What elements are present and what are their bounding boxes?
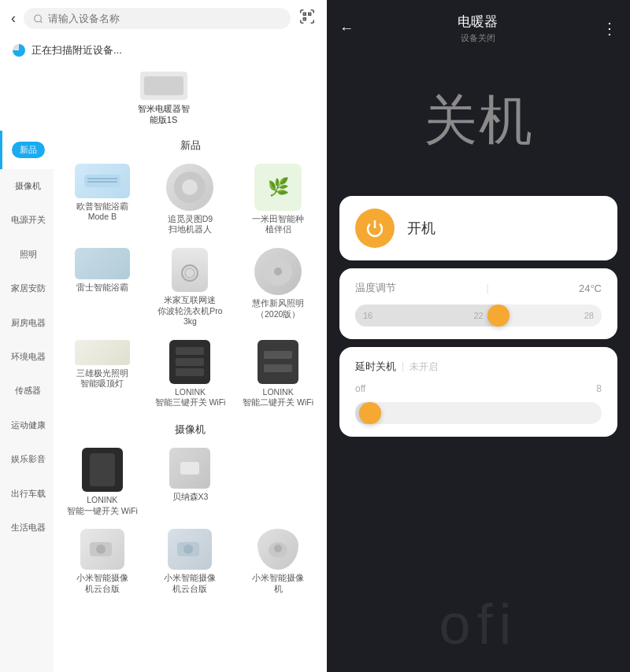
category-item-security[interactable]: 家居安防: [0, 271, 54, 305]
qr-scan-icon: [298, 8, 316, 25]
search-bar: ‹: [0, 0, 327, 37]
ofi-text: ofi: [439, 592, 517, 656]
scan-icon[interactable]: [298, 8, 316, 29]
new-section-title: 新品: [54, 131, 327, 157]
svg-point-17: [183, 545, 193, 554]
svg-rect-13: [180, 462, 199, 474]
sensor-icon: [177, 456, 202, 481]
product-item-empty: [234, 441, 322, 522]
svg-point-9: [182, 265, 198, 281]
products-area: 新品 欧普智能浴霸Mode B 追觅灵图D9扫地机器人 🌿: [54, 131, 327, 672]
right-back-button[interactable]: ←: [339, 20, 354, 37]
temp-slider-thumb[interactable]: [487, 305, 510, 327]
right-menu-button[interactable]: ⋮: [602, 19, 617, 38]
category-sidebar: 新品 摄像机 电源开关 照明 家居安防 厨房电器 环境电器 传感器 运动健康 娱…: [0, 131, 54, 672]
product-item[interactable]: LONINK智能三键开关 WiFi: [146, 334, 235, 415]
camera-icon: [176, 537, 204, 561]
timer-label: 延时关机: [355, 360, 396, 374]
right-title: 电暖器: [354, 13, 602, 31]
product-image: [166, 164, 213, 211]
washer-icon: [177, 257, 202, 282]
product-image: [75, 248, 130, 279]
product-item[interactable]: 欧普智能浴霸Mode B: [58, 157, 146, 242]
product-name: 慧作新风照明（2020版）: [252, 298, 304, 319]
product-item[interactable]: 慧作新风照明（2020版）: [234, 242, 322, 334]
right-header: ← 电暖器 设备关闭 ⋮: [327, 0, 630, 54]
svg-point-12: [274, 268, 282, 275]
right-title-wrap: 电暖器 设备关闭: [354, 13, 602, 44]
product-item[interactable]: LONINK智能一键开关 WiFi: [58, 441, 146, 522]
temp-slider-track[interactable]: 16 22 28: [355, 305, 602, 327]
scanning-text: 正在扫描附近设备...: [32, 43, 122, 57]
camera-section-title: 摄像机: [54, 415, 327, 441]
scanning-bar: 正在扫描附近设备...: [0, 37, 327, 64]
back-button[interactable]: ‹: [11, 10, 16, 27]
product-image: [168, 529, 212, 570]
product-item[interactable]: 小米智能摄像机云台版: [146, 522, 235, 600]
product-item[interactable]: 🌿 一米田智能种植伴侣: [234, 157, 322, 242]
scanning-spinner: [13, 44, 25, 57]
product-image: [172, 248, 208, 292]
product-name: 一米田智能种植伴侣: [252, 214, 304, 235]
search-input-wrap: [24, 8, 291, 29]
temp-value: 24°C: [579, 282, 602, 294]
category-item-appliance[interactable]: 生活电器: [0, 511, 54, 545]
product-name: LONINK智能三键开关 WiFi: [155, 387, 226, 408]
category-item-vehicle[interactable]: 出行车载: [0, 477, 54, 511]
product-item[interactable]: 小米智能摄像机云台版: [58, 522, 146, 600]
search-input[interactable]: [48, 13, 281, 24]
product-image: [80, 529, 124, 570]
svg-point-15: [96, 545, 106, 554]
power-button[interactable]: [355, 209, 395, 248]
search-icon: [33, 13, 43, 24]
product-name: 欧普智能浴霸Mode B: [76, 201, 128, 223]
timer-slider-track[interactable]: [355, 402, 602, 424]
product-item[interactable]: 雷士智能浴霸: [58, 242, 146, 334]
timer-slider-labels: off 8: [355, 383, 602, 394]
product-item[interactable]: 追觅灵图D9扫地机器人: [146, 157, 235, 242]
category-item-sport[interactable]: 运动健康: [0, 408, 54, 442]
product-item[interactable]: 贝纳森X3: [146, 441, 235, 522]
product-name: 三雄极光照明智能吸顶灯: [76, 368, 128, 390]
product-item[interactable]: 米家互联网迷你波轮洗衣机Pro3kg: [146, 242, 235, 334]
new-badge[interactable]: 新品: [12, 142, 45, 158]
product-name: 追觅灵图D9扫地机器人: [168, 214, 213, 235]
timer-divider: [402, 362, 403, 371]
svg-rect-1: [303, 13, 306, 15]
camera-products-grid: 小米智能摄像机云台版 小米智能摄像机云台版 小米智能摄像机: [54, 522, 327, 600]
product-item[interactable]: 三雄极光照明智能吸顶灯: [58, 334, 146, 415]
svg-point-8: [182, 179, 198, 195]
timer-slider-thumb[interactable]: [359, 402, 381, 424]
found-device-name: 智米电暖器智 能版1S: [138, 103, 190, 126]
power-state-display: 关机: [327, 54, 630, 196]
category-item-sensor[interactable]: 传感器: [0, 374, 54, 408]
left-panel: ‹ 正在扫描附近设备... 智米电暖器智 能版1S 新品: [0, 0, 327, 672]
category-item-camera[interactable]: 摄像机: [0, 169, 54, 203]
product-image: 🌿: [254, 164, 302, 211]
new-products-grid: 欧普智能浴霸Mode B 追觅灵图D9扫地机器人 🌿 一米田智能种植伴侣 雷士智…: [54, 157, 327, 415]
temp-card-header: 温度调节 | 24°C: [355, 281, 602, 295]
product-image: [258, 529, 298, 570]
device-thumbnail: [140, 72, 187, 100]
product-name: 贝纳森X3: [172, 492, 209, 503]
temp-max-label: 28: [584, 311, 594, 320]
temp-min-label: 16: [363, 311, 372, 320]
robot-icon: [172, 170, 207, 205]
category-item-power[interactable]: 电源开关: [0, 203, 54, 237]
svg-point-10: [185, 268, 195, 278]
timer-max-label: 8: [596, 383, 602, 394]
product-image: [75, 340, 130, 365]
svg-point-19: [274, 545, 282, 552]
category-item-kitchen[interactable]: 厨房电器: [0, 306, 54, 340]
category-item-env[interactable]: 环境电器: [0, 340, 54, 374]
category-item-entertainment[interactable]: 娱乐影音: [0, 442, 54, 476]
mixed-products-grid: LONINK智能一键开关 WiFi 贝纳森X3: [54, 441, 327, 522]
content-area: 新品 摄像机 电源开关 照明 家居安防 厨房电器 环境电器 传感器 运动健康 娱…: [0, 131, 327, 672]
product-image: [258, 340, 298, 384]
svg-rect-5: [87, 178, 117, 179]
dome-camera-icon: [266, 539, 290, 559]
product-item[interactable]: 小米智能摄像机: [234, 522, 322, 600]
product-item[interactable]: LONINK智能二键开关 WiFi: [234, 334, 322, 415]
category-item-light[interactable]: 照明: [0, 238, 54, 271]
category-item-new[interactable]: 新品: [0, 131, 54, 169]
